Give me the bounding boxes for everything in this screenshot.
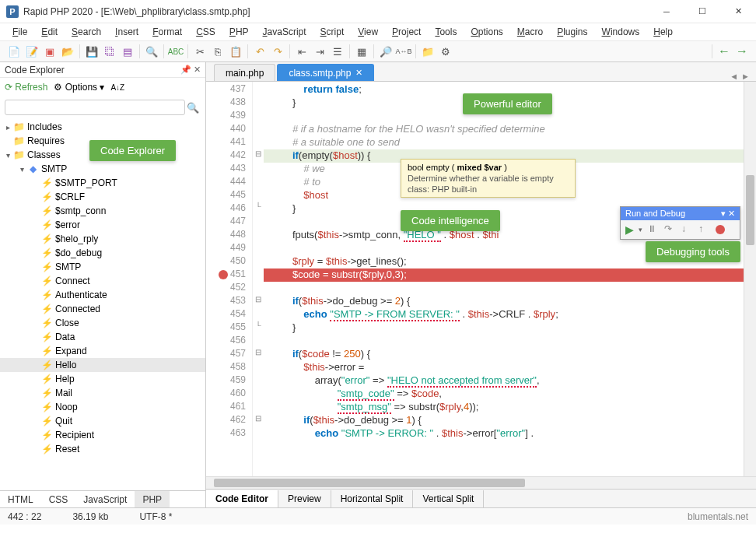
explorer-search-input[interactable] [5,100,185,115]
menu-php[interactable]: PHP [223,25,255,39]
back-icon[interactable]: ← [716,44,732,59]
editor-tab[interactable]: main.php [214,64,275,81]
view-tab-preview[interactable]: Preview [278,490,331,507]
horizontal-scrollbar[interactable] [206,476,756,489]
tree-item-mail[interactable]: ⚡Mail [0,386,205,400]
menu-tools[interactable]: Tools [429,25,463,39]
tree-item-connected[interactable]: ⚡Connected [0,302,205,316]
tree-item-error[interactable]: ⚡$error [0,218,205,232]
tree-item-helorply[interactable]: ⚡$helo_rply [0,232,205,246]
tree-item-close[interactable]: ⚡Close [0,316,205,330]
tree-item-help[interactable]: ⚡Help [0,372,205,386]
tree-item-smtp[interactable]: ⚡SMTP [0,260,205,274]
menu-insert[interactable]: Insert [109,25,145,39]
title-bar: P Rapid PHP 2020 - [E:\Web\_phplibrary\c… [0,0,756,23]
run-icon[interactable]: ▶ [625,223,634,236]
refresh-button[interactable]: ⟳ Refresh [5,82,47,93]
tree-item-expand[interactable]: ⚡Expand [0,344,205,358]
tab-next-icon[interactable]: ► [741,72,750,81]
brand-label: blumentals.net [688,511,748,522]
find-icon[interactable]: 🔎 [378,44,394,59]
spellcheck-icon[interactable]: ABC [168,44,184,59]
indent-icon[interactable]: ⇥ [312,44,327,59]
pin-icon[interactable]: 📌 ✕ [180,65,201,75]
menu-format[interactable]: Format [146,25,188,39]
code-editor[interactable]: 4374384394404414424434444454464474484494… [206,81,756,476]
debug-panel[interactable]: Run and Debug▾ ✕ ▶▾ ⏸ ↷ ↓ ↑ [620,206,740,240]
pause-icon[interactable]: ⏸ [647,223,660,236]
view-tab-code-editor[interactable]: Code Editor [206,490,278,507]
menu-edit[interactable]: Edit [35,25,64,39]
tree-item-reset[interactable]: ⚡Reset [0,442,205,456]
tree-item-quit[interactable]: ⚡Quit [0,414,205,428]
paste-icon[interactable]: 📋 [228,44,243,59]
tree-item-dodebug[interactable]: ⚡$do_debug [0,246,205,260]
menu-script[interactable]: Script [314,25,351,39]
view-tab-horizontal-split[interactable]: Horizontal Split [331,490,414,507]
save-icon[interactable]: 💾 [84,44,100,59]
replace-icon[interactable]: A↔B [396,44,411,59]
save-as-icon[interactable]: ▤ [120,44,135,59]
new-html-icon[interactable]: ▣ [42,44,58,59]
view-tab-vertical-split[interactable]: Vertical Split [413,490,484,507]
tree-item-recipient[interactable]: ⚡Recipient [0,428,205,442]
tree-item-smtpport[interactable]: ⚡$SMTP_PORT [0,176,205,190]
tools-icon[interactable]: ⚙ [438,44,453,59]
lang-tab-javascript[interactable]: JavaScript [75,491,135,507]
copy-icon[interactable]: ⎘ [210,44,226,59]
tree-item-includes[interactable]: ▸📁Includes [0,120,205,134]
record-icon[interactable] [716,225,725,234]
encoding: UTF-8 * [139,511,172,522]
format-icon[interactable]: ▦ [354,44,369,59]
editor-tab[interactable]: class.smtp.php✕ [277,64,374,81]
tree-item-hello[interactable]: ⚡Hello [0,358,205,372]
menu-file[interactable]: File [6,25,33,39]
tree-item-crlf[interactable]: ⚡$CRLF [0,190,205,204]
lang-tab-php[interactable]: PHP [135,491,170,507]
save-all-icon[interactable]: ⿻ [102,44,117,59]
menu-help[interactable]: Help [647,25,679,39]
menu-macro[interactable]: Macro [511,25,549,39]
search-icon[interactable]: 🔍 [185,100,201,115]
menu-view[interactable]: View [352,25,384,39]
tree-item-connect[interactable]: ⚡Connect [0,274,205,288]
callout-debug: Debugging tools [646,241,740,262]
close-button[interactable]: ✕ [720,0,756,23]
menu-css[interactable]: CSS [190,25,222,39]
outdent-icon[interactable]: ⇤ [294,44,310,59]
tab-prev-icon[interactable]: ◄ [730,72,738,81]
sort-button[interactable]: A↓Z [110,83,124,92]
options-button[interactable]: ⚙ Options ▾ [54,82,104,93]
project-icon[interactable]: 📁 [420,44,436,59]
toggle-icon[interactable]: ☰ [330,44,345,59]
code-explorer-panel: Code Explorer 📌 ✕ ⟳ Refresh ⚙ Options ▾ … [0,62,206,507]
menu-project[interactable]: Project [386,25,427,39]
tree-item-authenticate[interactable]: ⚡Authenticate [0,288,205,302]
tree-item-noop[interactable]: ⚡Noop [0,400,205,414]
menu-options[interactable]: Options [464,25,509,39]
cut-icon[interactable]: ✂ [192,44,208,59]
lang-tab-html[interactable]: HTML [0,491,41,507]
menu-plugins[interactable]: Plugins [551,25,593,39]
vertical-scrollbar[interactable] [744,82,756,476]
redo-icon[interactable]: ↷ [270,44,285,59]
step-into-icon[interactable]: ↓ [681,223,694,236]
tree-item-smtp[interactable]: ▾◆SMTP [0,162,205,176]
step-out-icon[interactable]: ↑ [698,223,711,236]
open-icon[interactable]: 📂 [60,44,75,59]
menu-search[interactable]: Search [65,25,107,39]
minimize-button[interactable]: ─ [649,0,684,23]
tree-item-data[interactable]: ⚡Data [0,330,205,344]
maximize-button[interactable]: ☐ [684,0,720,23]
tree-item-smtpconn[interactable]: ⚡$smtp_conn [0,204,205,218]
undo-icon[interactable]: ↶ [252,44,268,59]
forward-icon[interactable]: → [734,44,750,59]
step-over-icon[interactable]: ↷ [664,223,677,236]
menu-windows[interactable]: Windows [596,25,646,39]
menu-javascript[interactable]: JavaScript [257,25,313,39]
search-icon[interactable]: 🔍 [144,44,159,59]
new-file-icon[interactable]: 📄 [6,44,22,59]
file-size: 36.19 kb [72,511,108,522]
lang-tab-css[interactable]: CSS [41,491,76,507]
new-script-icon[interactable]: 📝 [24,44,40,59]
